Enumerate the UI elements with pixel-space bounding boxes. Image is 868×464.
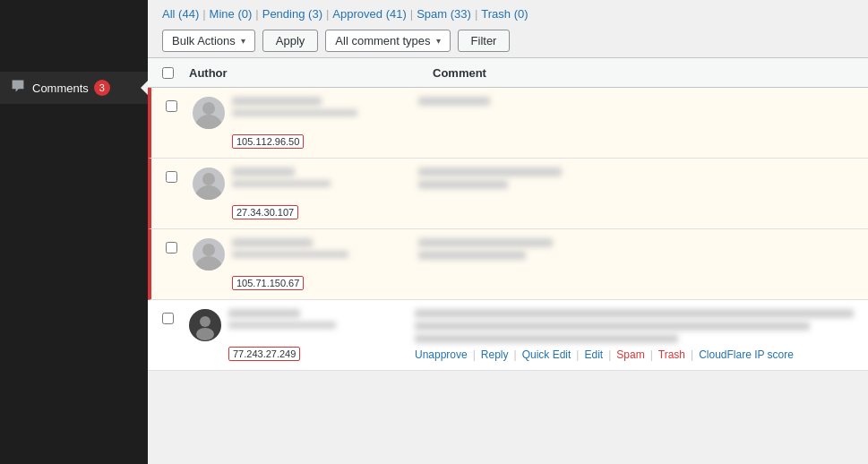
row-checkbox-col: [162, 309, 189, 327]
bulk-actions-label: Bulk Actions: [172, 34, 236, 47]
comment-row: 105.71.150.67: [148, 229, 868, 300]
avatar-3: [193, 238, 225, 271]
comment-blur-2b: [418, 180, 508, 189]
filter-links: All (44) | Mine (0) | Pending (3) | Appr…: [148, 0, 868, 24]
comment-types-label: All comment types: [335, 34, 430, 47]
ip-badge-2: 27.34.30.107: [232, 205, 298, 219]
author-col-1: 105.112.96.50: [193, 97, 408, 149]
comment-row: 77.243.27.249 Unapprove | Reply | Quick …: [148, 300, 868, 371]
author-info-3: [193, 238, 348, 271]
chevron-down-icon-2: ▾: [436, 36, 441, 46]
trash-link[interactable]: Trash: [658, 348, 685, 361]
comment-blur-4a: [415, 309, 854, 318]
avatar-4: [189, 309, 221, 341]
quick-edit-link[interactable]: Quick Edit: [522, 348, 572, 361]
author-email-blur-3: [232, 251, 348, 258]
comment-blur-3b: [418, 251, 526, 260]
sidebar-item-label: Comments: [32, 82, 89, 95]
filter-trash[interactable]: Trash (0): [481, 7, 528, 21]
comment-col-1: [408, 97, 854, 109]
row-checkbox-3[interactable]: [166, 242, 177, 253]
comment-col-3: [408, 238, 854, 263]
ip-badge-1: 105.112.96.50: [232, 134, 304, 149]
bulk-actions-dropdown[interactable]: Bulk Actions ▾: [162, 30, 255, 52]
comment-types-dropdown[interactable]: All comment types ▾: [325, 30, 450, 52]
svg-point-0: [202, 102, 215, 115]
author-details-4: [228, 309, 336, 329]
row-checkbox-1[interactable]: [166, 100, 177, 112]
author-details-3: [232, 238, 348, 258]
row-checkbox-4[interactable]: [162, 313, 174, 324]
ip-badge-4: 77.243.27.249: [228, 347, 300, 361]
header-checkbox-col: [162, 64, 189, 82]
author-info-2: [193, 168, 331, 200]
apply-button[interactable]: Apply: [262, 30, 319, 52]
author-col-4: 77.243.27.249: [189, 309, 404, 361]
svg-point-5: [196, 328, 214, 340]
author-col-3: 105.71.150.67: [193, 238, 408, 290]
author-details-1: [232, 97, 357, 116]
sidebar-item-comments[interactable]: Comments 3: [0, 72, 148, 104]
filter-button[interactable]: Filter: [458, 30, 511, 52]
edit-link[interactable]: Edit: [584, 348, 603, 361]
header-author: Author: [189, 66, 422, 80]
sidebar-badge: 3: [94, 80, 110, 96]
filter-pending[interactable]: Pending (3): [262, 7, 322, 21]
avatar-2: [193, 168, 225, 200]
toolbar: Bulk Actions ▾ Apply All comment types ▾…: [148, 24, 868, 57]
comment-blur-2a: [418, 168, 562, 176]
comment-col-2: [408, 168, 854, 193]
filter-spam[interactable]: Spam (33): [417, 7, 471, 21]
sidebar-arrow: [141, 81, 148, 95]
comment-blur-4c: [415, 334, 678, 343]
spam-link[interactable]: Spam: [616, 348, 644, 361]
author-name-blur-3: [232, 238, 313, 247]
author-details-2: [232, 168, 331, 187]
comment-row: 105.112.96.50: [148, 88, 868, 159]
main-content: All (44) | Mine (0) | Pending (3) | Appr…: [148, 0, 868, 464]
table-header: Author Comment: [148, 57, 868, 88]
author-col-2: 27.34.30.107: [193, 168, 408, 219]
avatar-1: [193, 97, 225, 129]
row-checkbox-col: [166, 97, 193, 115]
author-email-blur-4: [228, 322, 336, 329]
author-info-4: [189, 309, 336, 341]
select-all-checkbox[interactable]: [162, 67, 174, 79]
svg-point-1: [202, 173, 215, 185]
author-name-blur-4: [228, 309, 300, 318]
ip-badge-3: 105.71.150.67: [232, 276, 304, 290]
comment-blur-3a: [418, 238, 553, 247]
unapprove-link[interactable]: Unapprove: [415, 348, 468, 361]
sidebar-top: [0, 0, 148, 72]
filter-mine[interactable]: Mine (0): [210, 7, 253, 21]
author-name-blur-2: [232, 168, 295, 176]
filter-approved[interactable]: Approved (41): [332, 7, 406, 21]
author-email-blur-1: [232, 109, 357, 116]
comment-row: 27.34.30.107: [148, 159, 868, 229]
row-checkbox-col: [166, 168, 193, 185]
author-info-1: [193, 97, 357, 129]
chevron-down-icon: ▾: [241, 36, 245, 46]
comments-icon: [11, 79, 25, 97]
comment-blur-1: [418, 97, 490, 106]
svg-point-4: [200, 316, 211, 327]
reply-link[interactable]: Reply: [481, 348, 509, 361]
author-name-blur-1: [232, 97, 322, 106]
filter-all[interactable]: All (44): [162, 7, 199, 21]
author-email-blur-2: [232, 180, 331, 187]
sidebar: Comments 3: [0, 0, 148, 464]
cloudflare-link[interactable]: CloudFlare IP score: [699, 348, 794, 361]
row-checkbox-col: [166, 238, 193, 256]
comment-blur-4b: [415, 322, 810, 331]
comment-col-4: Unapprove | Reply | Quick Edit | Edit | …: [404, 309, 854, 361]
header-comment: Comment: [422, 66, 854, 80]
svg-point-2: [202, 244, 215, 256]
row-checkbox-2[interactable]: [166, 171, 177, 183]
comment-actions-4: Unapprove | Reply | Quick Edit | Edit | …: [415, 348, 854, 361]
